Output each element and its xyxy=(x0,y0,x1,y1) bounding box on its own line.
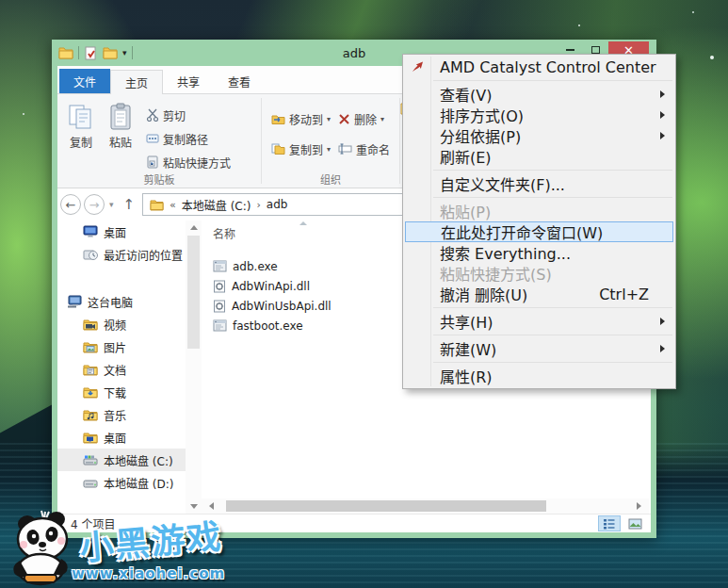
sidebar-item-desktop[interactable]: 桌面 xyxy=(57,220,186,243)
menu-item-label: 刷新(E) xyxy=(440,145,492,168)
breadcrumb-root[interactable]: 本地磁盘 (C:) xyxy=(182,197,251,213)
sidebar-item-desktop-folder[interactable]: 桌面 xyxy=(57,426,186,449)
details-view-button[interactable] xyxy=(598,515,621,531)
sidebar-item-downloads[interactable]: 下载 xyxy=(57,381,186,403)
menu-item-group-by[interactable]: 分组依据(P) xyxy=(405,125,673,146)
copy-path-label: 复制路径 xyxy=(163,131,208,147)
menu-separator xyxy=(433,362,672,363)
paste-shortcut-button[interactable]: 粘贴快捷方式 xyxy=(146,153,231,172)
recent-places-icon xyxy=(83,248,98,261)
column-header-label: 名称 xyxy=(213,225,235,241)
context-menu: AMD Catalyst Control Center 查看(V) 排序方式(O… xyxy=(402,54,676,389)
menu-item-label: 新建(W) xyxy=(440,337,496,360)
scroll-right-icon[interactable] xyxy=(637,502,641,510)
forward-button[interactable]: → xyxy=(84,194,105,215)
paste-button[interactable]: 粘贴 xyxy=(101,98,140,150)
history-dropdown-icon[interactable]: ▾ xyxy=(107,200,116,209)
menu-item-label: 分组依据(P) xyxy=(440,124,521,147)
menu-item-customize-folder[interactable]: 自定义文件夹(F)... xyxy=(405,173,673,194)
dll-file-icon xyxy=(213,300,226,313)
move-to-dropdown-icon: ▾ xyxy=(327,115,331,123)
scrollbar-thumb[interactable] xyxy=(187,236,200,349)
move-to-icon xyxy=(271,113,285,125)
tab-view[interactable]: 查看 xyxy=(214,69,265,93)
menu-item-view[interactable]: 查看(V) xyxy=(405,84,673,105)
copy-path-button[interactable]: 复制路径 xyxy=(146,129,231,148)
copy-icon xyxy=(67,103,95,131)
file-name: fastboot.exe xyxy=(233,319,303,333)
breadcrumb-current[interactable]: adb xyxy=(267,198,288,211)
cut-button[interactable]: 剪切 xyxy=(146,106,231,124)
menu-item-search-everything[interactable]: 搜索 Everything... xyxy=(405,242,673,263)
file-name: AdbWinUsbApi.dll xyxy=(232,300,332,313)
scroll-up-icon[interactable] xyxy=(190,225,198,230)
ribbon-group-clipboard: 复制 粘贴 剪切 xyxy=(57,94,261,188)
copy-to-dropdown-icon: ▾ xyxy=(327,145,331,154)
qat-customize-chevron-icon[interactable]: ▾ xyxy=(122,49,127,57)
sidebar-item-local-disk-c[interactable]: 本地磁盘 (C:) xyxy=(57,449,186,471)
menu-item-undo-delete[interactable]: 撤消 删除(U) Ctrl+Z xyxy=(405,284,673,304)
breadcrumb-separator[interactable]: › xyxy=(256,199,260,211)
sidebar-item-pictures[interactable]: 图片 xyxy=(57,335,186,358)
exe-file-icon xyxy=(213,319,227,332)
sidebar-item-label: 最近访问的位置 xyxy=(104,247,183,263)
delete-button[interactable]: 删除 ▾ xyxy=(338,109,390,128)
copy-to-button[interactable]: 复制到 ▾ xyxy=(271,139,331,158)
organize-group-label: 组织 xyxy=(262,172,399,187)
cut-label: 剪切 xyxy=(163,107,186,123)
sidebar-item-this-pc[interactable]: 这台电脑 xyxy=(57,290,186,313)
menu-item-refresh[interactable]: 刷新(E) xyxy=(405,146,673,167)
videos-folder-icon xyxy=(83,318,98,331)
copy-to-icon xyxy=(271,143,285,155)
paste-icon xyxy=(106,103,135,131)
sidebar-item-documents[interactable]: 文档 xyxy=(57,358,186,381)
menu-item-properties[interactable]: 属性(R) xyxy=(405,366,673,386)
tab-home[interactable]: 主页 xyxy=(110,70,163,94)
menu-item-paste: 粘贴(P) xyxy=(405,201,673,221)
menu-item-open-command-window-here[interactable]: 在此处打开命令窗口(W) xyxy=(405,221,673,242)
menu-item-amd-catalyst[interactable]: AMD Catalyst Control Center xyxy=(405,57,673,77)
large-icons-view-button[interactable] xyxy=(623,515,646,531)
rename-button[interactable]: 重命名 xyxy=(338,139,390,158)
sidebar-item-videos[interactable]: 视频 xyxy=(57,313,186,335)
navigation-pane-scrollbar[interactable] xyxy=(186,220,202,514)
back-button[interactable]: ← xyxy=(60,194,81,215)
tab-share[interactable]: 共享 xyxy=(163,69,214,93)
menu-item-sort-by[interactable]: 排序方式(O) xyxy=(405,105,673,125)
menu-item-label: AMD Catalyst Control Center xyxy=(440,58,656,76)
navigation-pane: 桌面 最近访问的位置 这台电脑 视频 xyxy=(57,220,186,498)
tab-file[interactable]: 文件 xyxy=(59,69,110,93)
sidebar-item-label: 桌面 xyxy=(104,224,126,240)
organize-col-2: 删除 ▾ 重命名 xyxy=(332,98,392,158)
menu-separator xyxy=(433,335,672,335)
menu-item-label: 属性(R) xyxy=(440,365,493,387)
pictures-folder-icon xyxy=(83,341,98,353)
scrollbar-thumb[interactable] xyxy=(226,500,546,512)
sidebar-item-recent-places[interactable]: 最近访问的位置 xyxy=(57,243,186,266)
app-folder-icon xyxy=(58,46,73,59)
qat-properties-icon[interactable] xyxy=(84,46,98,60)
quick-access-toolbar: ▾ xyxy=(52,40,133,66)
copy-button[interactable]: 复制 xyxy=(61,98,101,150)
qat-new-folder-icon[interactable] xyxy=(103,46,118,59)
file-list-horizontal-scrollbar[interactable] xyxy=(202,498,649,514)
file-name: adb.exe xyxy=(233,260,278,273)
organize-col-1: 移动到 ▾ 复制到 ▾ xyxy=(266,98,332,158)
watermark: 小黑游戏 www.xiaohei.com xyxy=(0,507,235,588)
menu-item-share[interactable]: 共享(H) xyxy=(405,311,673,332)
sidebar-item-label: 音乐 xyxy=(104,407,126,423)
details-view-icon xyxy=(603,518,616,530)
up-button[interactable]: ↑ xyxy=(119,196,140,213)
submenu-arrow-icon xyxy=(660,90,665,98)
desktop-folder-icon xyxy=(83,432,98,444)
sidebar-item-music[interactable]: 音乐 xyxy=(57,403,186,426)
crumb-overflow-chevron[interactable]: « xyxy=(170,199,176,211)
clipboard-small-buttons: 剪切 复制路径 粘贴快捷方式 xyxy=(140,98,233,172)
submenu-arrow-icon xyxy=(660,345,665,352)
downloads-folder-icon xyxy=(83,386,98,399)
menu-item-label: 撤消 删除(U) xyxy=(440,283,527,305)
menu-item-new[interactable]: 新建(W) xyxy=(405,338,673,359)
ribbon-group-organize: 移动到 ▾ 复制到 ▾ xyxy=(262,94,399,188)
sidebar-item-local-disk-d[interactable]: 本地磁盘 (D:) xyxy=(57,471,186,494)
move-to-button[interactable]: 移动到 ▾ xyxy=(271,109,331,128)
